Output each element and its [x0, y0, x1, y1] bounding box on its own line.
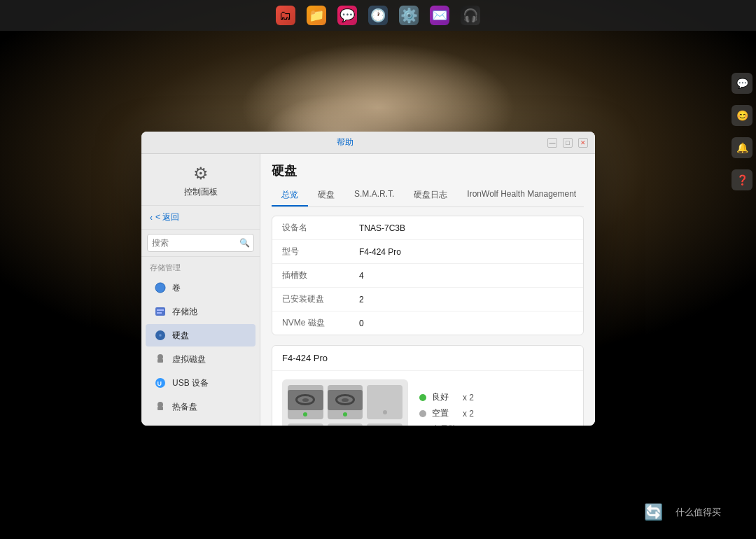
- legend-dot-empty: [419, 410, 426, 417]
- disk-slot-5[interactable]: [328, 424, 363, 426]
- disk-card: F4-424 Pro: [272, 345, 584, 426]
- svg-rect-3: [157, 312, 162, 314]
- sidebar-item-volumes[interactable]: 卷: [146, 276, 255, 299]
- tab-ironwolf[interactable]: IronWolf Health Management: [457, 185, 586, 206]
- back-arrow-icon: ‹: [150, 213, 153, 223]
- disk-slot-4[interactable]: [288, 424, 323, 426]
- rs-smiley-icon[interactable]: 😊: [732, 105, 752, 126]
- info-row-slots: 插槽数 4: [272, 264, 583, 288]
- close-button[interactable]: ✕: [578, 138, 588, 148]
- taskbar-icon-settings[interactable]: ⚙️: [399, 6, 419, 25]
- svg-point-0: [155, 283, 165, 293]
- tab-smart[interactable]: S.M.A.R.T.: [344, 185, 404, 206]
- right-sidebar: 💬 😊 🔔 ❓: [728, 31, 756, 539]
- gear-icon: ⚙: [193, 164, 209, 183]
- rs-help-icon[interactable]: ❓: [732, 169, 752, 190]
- sidebar-item-storage-pool[interactable]: 存储池: [146, 300, 255, 323]
- tabs: 总览 硬盘 S.M.A.R.T. 硬盘日志 IronWolf Health Ma…: [272, 185, 584, 207]
- content-area: 设备名 TNAS-7C3B 型号 F4-424 Pro 插槽数 4 已安装硬盘 …: [260, 207, 595, 426]
- app-window: 帮助 — □ ✕ ⚙ 控制面板 ‹ < 返回 🔍 存储管理: [141, 132, 595, 426]
- watermark-icon: 🔄: [644, 503, 663, 522]
- info-row-installed: 已安装硬盘 2: [272, 288, 583, 312]
- tab-disks[interactable]: 硬盘: [308, 185, 344, 206]
- disk-slot-3[interactable]: [367, 385, 402, 419]
- taskbar-icon-audio[interactable]: 🎧: [461, 6, 480, 25]
- svg-point-6: [160, 335, 161, 336]
- legend-row-empty: 空置 x 2: [419, 407, 474, 419]
- taskbar-icon-time[interactable]: 🕐: [368, 6, 388, 25]
- legend-count-risky: x 0: [463, 425, 474, 426]
- maximize-icon: □: [566, 139, 569, 146]
- window-body: ⚙ 控制面板 ‹ < 返回 🔍 存储管理 卷: [141, 154, 595, 426]
- disk-slots-visual: [282, 379, 408, 426]
- model-value: F4-424 Pro: [359, 247, 401, 257]
- svg-text:U: U: [158, 380, 162, 387]
- device-name-label: 设备名: [282, 222, 359, 234]
- slots-value: 4: [359, 271, 364, 281]
- sidebar-item-disks[interactable]: 硬盘: [146, 324, 255, 346]
- disks-label: 硬盘: [172, 330, 189, 342]
- sidebar-item-usb[interactable]: U USB 设备: [146, 372, 255, 394]
- info-row-device-name: 设备名 TNAS-7C3B: [272, 216, 583, 240]
- disk-slot-2-indicator: [343, 412, 347, 416]
- watermark-badge: 🔄: [636, 496, 670, 529]
- watermark-text: 什么值得买: [676, 506, 721, 519]
- legend-row-good: 良好 x 2: [419, 391, 474, 403]
- rs-bell-icon[interactable]: 🔔: [732, 137, 752, 158]
- tab-disk-log[interactable]: 硬盘日志: [404, 185, 457, 206]
- info-table: 设备名 TNAS-7C3B 型号 F4-424 Pro 插槽数 4 已安装硬盘 …: [272, 216, 584, 335]
- maximize-button[interactable]: □: [563, 138, 573, 148]
- disk-legend: 良好 x 2 空置 x 2 有风险 x 0: [419, 379, 474, 426]
- disk-slot-3-indicator: [383, 410, 387, 414]
- taskbar-icon-clipboard[interactable]: 🗂: [276, 6, 295, 25]
- storage-section-label: 存储管理: [141, 257, 260, 276]
- nvme-value: 0: [359, 318, 364, 328]
- disk-card-body: 良好 x 2 空置 x 2 有风险 x 0: [272, 371, 583, 426]
- svg-rect-1: [155, 307, 165, 316]
- info-row-nvme: NVMe 磁盘 0: [272, 312, 583, 335]
- sidebar-item-hot-spare[interactable]: 热备盘: [146, 396, 255, 418]
- main-content: 硬盘 总览 硬盘 S.M.A.R.T. 硬盘日志 IronWolf Health…: [260, 154, 595, 426]
- usb-icon: U: [154, 377, 167, 389]
- window-titlebar: 帮助 — □ ✕: [141, 132, 595, 154]
- back-label: < 返回: [155, 211, 179, 223]
- sidebar-item-hyper-cache[interactable]: Hyper Cache: [146, 419, 255, 426]
- device-name-value: TNAS-7C3B: [359, 223, 405, 233]
- disk-slot-2[interactable]: [328, 385, 363, 419]
- storage-pool-label: 存储池: [172, 306, 197, 318]
- help-link[interactable]: 帮助: [337, 136, 354, 148]
- legend-dot-good: [419, 394, 426, 401]
- rs-chat-icon[interactable]: 💬: [732, 73, 752, 94]
- disk-slot-1[interactable]: [288, 385, 323, 419]
- disk-slot-6[interactable]: [367, 424, 402, 426]
- taskbar: 🗂 📁 💬 🕐 ⚙️ ✉️ 🎧: [0, 0, 756, 31]
- sidebar-back-button[interactable]: ‹ < 返回: [141, 206, 260, 230]
- legend-count-good: x 2: [463, 393, 474, 402]
- close-icon: ✕: [580, 139, 586, 146]
- page-title: 硬盘: [272, 162, 584, 179]
- tab-overview[interactable]: 总览: [272, 185, 308, 206]
- watermark: 🔄 什么值得买: [636, 496, 721, 529]
- svg-rect-12: [158, 407, 163, 410]
- taskbar-icon-messenger[interactable]: 💬: [337, 6, 357, 25]
- svg-rect-2: [157, 309, 164, 311]
- taskbar-icon-files[interactable]: 📁: [307, 6, 326, 25]
- legend-count-empty: x 2: [463, 409, 474, 419]
- minimize-button[interactable]: —: [547, 138, 557, 148]
- svg-point-7: [158, 354, 163, 360]
- slots-label: 插槽数: [282, 270, 359, 281]
- storage-pool-icon: [154, 305, 167, 318]
- disks-icon: [154, 329, 167, 342]
- model-label: 型号: [282, 246, 359, 258]
- virtual-disk-label: 虚拟磁盘: [172, 354, 206, 365]
- legend-label-good: 良好: [432, 391, 457, 403]
- installed-value: 2: [359, 295, 364, 304]
- taskbar-icon-mail[interactable]: ✉️: [430, 6, 449, 25]
- hot-spare-icon: [154, 400, 167, 413]
- disk-slot-1-indicator: [303, 412, 307, 416]
- sidebar-item-virtual-disk[interactable]: 虚拟磁盘: [146, 348, 255, 370]
- volumes-icon: [154, 281, 167, 294]
- sidebar-header: ⚙ 控制面板: [141, 154, 260, 206]
- virtual-disk-icon: [154, 353, 167, 365]
- search-input[interactable]: [147, 234, 254, 252]
